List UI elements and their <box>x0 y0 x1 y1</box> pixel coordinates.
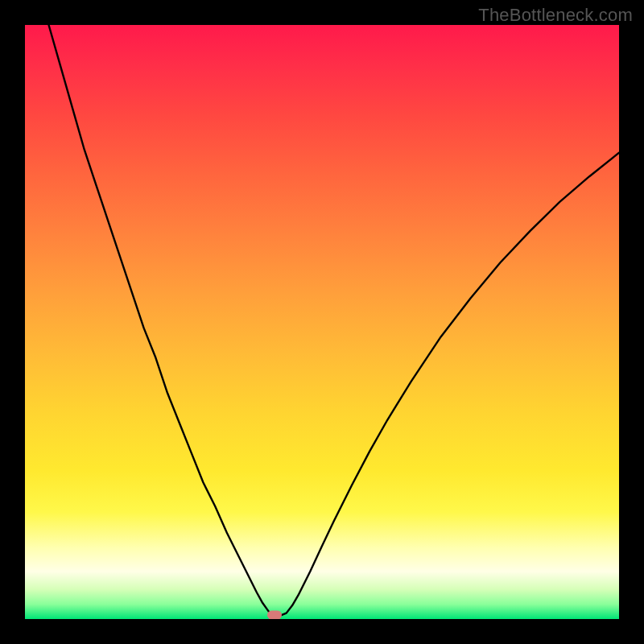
watermark-text: TheBottleneck.com <box>478 5 633 26</box>
plot-area <box>25 25 619 619</box>
bottleneck-curve <box>25 25 619 619</box>
outer-frame: TheBottleneck.com <box>0 0 644 644</box>
optimum-marker <box>267 610 282 619</box>
